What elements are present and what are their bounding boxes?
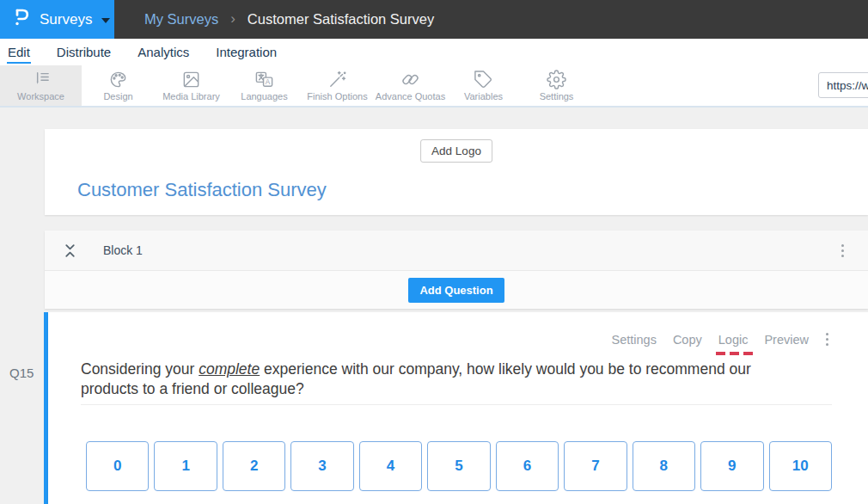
nps-button-10[interactable]: 10 — [769, 441, 832, 491]
nps-button-8[interactable]: 8 — [633, 441, 695, 491]
survey-url-input[interactable] — [818, 72, 868, 98]
toolbar-item-label: Finish Options — [307, 91, 367, 101]
question-toolbar: Settings Copy Logic Preview — [81, 312, 832, 349]
block-title: Block 1 — [103, 243, 143, 257]
question-menu-button[interactable] — [822, 329, 832, 349]
toolbar-item-advance-quotas[interactable]: Advance Quotas — [374, 65, 447, 106]
image-icon — [181, 70, 201, 89]
nps-button-0[interactable]: 0 — [86, 441, 149, 491]
question-preview-link[interactable]: Preview — [764, 333, 809, 347]
survey-header-card: Add Logo Customer Satisfaction Survey — [45, 129, 868, 215]
gear-icon — [547, 70, 566, 89]
survey-editor-content: Add Logo Customer Satisfaction Survey Bl… — [0, 108, 868, 504]
nav-tab-distribute[interactable]: Distribute — [56, 41, 112, 64]
add-logo-button[interactable]: Add Logo — [420, 139, 492, 163]
toolbar-item-workspace[interactable]: Workspace — [0, 65, 82, 106]
survey-title[interactable]: Customer Satisfaction Survey — [77, 179, 327, 201]
question-text[interactable]: Considering your complete experience wit… — [81, 360, 810, 399]
add-question-row: Add Question — [45, 271, 868, 309]
toolbar-item-label: Settings — [540, 91, 574, 101]
question-text-divider — [81, 404, 832, 405]
nps-scale: 0 1 2 3 4 5 6 7 8 9 10 — [86, 441, 832, 491]
collapse-vertical-icon — [64, 243, 76, 258]
nps-button-9[interactable]: 9 — [700, 441, 763, 491]
toolbar-item-label: Workspace — [17, 91, 64, 101]
toolbar-item-label: Design — [103, 91, 132, 101]
top-bar: Surveys My Surveys › Customer Satisfacti… — [0, 0, 868, 39]
magic-wand-icon — [327, 70, 347, 89]
main-nav: Edit Distribute Analytics Integration — [0, 39, 868, 65]
toolbar-item-label: Languages — [241, 91, 287, 101]
question-id-label: Q15 — [9, 366, 34, 380]
tag-icon — [474, 70, 493, 89]
question-card: Settings Copy Logic Preview Considering … — [44, 312, 868, 504]
breadcrumb: My Surveys › Customer Satisfaction Surve… — [114, 0, 868, 39]
collapse-block-button[interactable] — [64, 243, 76, 258]
nps-button-3[interactable]: 3 — [290, 441, 353, 491]
block-card: Block 1 Add Question — [45, 230, 868, 309]
toolbar-item-label: Media Library — [162, 91, 220, 101]
toolbar-item-languages[interactable]: A Languages — [228, 65, 301, 106]
toolbar-item-settings[interactable]: Settings — [520, 65, 593, 106]
nav-tab-integration[interactable]: Integration — [215, 41, 278, 64]
questionpro-logo-icon — [11, 7, 32, 33]
toolbar-item-variables[interactable]: Variables — [447, 65, 520, 106]
question-settings-link[interactable]: Settings — [611, 333, 656, 347]
breadcrumb-parent-link[interactable]: My Surveys — [144, 11, 218, 28]
block-menu-button[interactable] — [838, 241, 847, 261]
toolbar-item-media-library[interactable]: Media Library — [155, 65, 228, 106]
toolbar-item-label: Variables — [464, 91, 503, 101]
nps-button-7[interactable]: 7 — [564, 441, 627, 491]
nps-button-2[interactable]: 2 — [223, 441, 285, 491]
question-text-part: Considering your — [81, 360, 199, 378]
workspace-icon — [31, 70, 51, 89]
svg-text:A: A — [266, 78, 271, 86]
chevron-down-icon — [101, 18, 110, 23]
edit-toolbar: Workspace Design Media Library A — [0, 65, 868, 108]
app-menu[interactable]: Surveys — [0, 0, 114, 39]
question-logic-link[interactable]: Logic — [718, 333, 749, 347]
question-body: Settings Copy Logic Preview Considering … — [48, 312, 868, 504]
breadcrumb-separator-icon: › — [230, 10, 235, 28]
chain-link-icon — [400, 70, 420, 89]
toolbar-item-design[interactable]: Design — [82, 65, 155, 106]
toolbar-item-finish-options[interactable]: Finish Options — [301, 65, 374, 106]
nps-button-4[interactable]: 4 — [359, 441, 422, 491]
add-question-button[interactable]: Add Question — [408, 278, 504, 303]
app-menu-label: Surveys — [40, 11, 92, 28]
breadcrumb-current: Customer Satisfaction Survey — [248, 11, 434, 28]
translate-icon: A — [254, 70, 274, 89]
toolbar-item-label: Advance Quotas — [376, 91, 445, 101]
nav-tab-analytics[interactable]: Analytics — [137, 41, 190, 64]
nps-button-5[interactable]: 5 — [427, 441, 490, 491]
block-header: Block 1 — [45, 230, 868, 271]
question-copy-link[interactable]: Copy — [673, 333, 702, 347]
question-text-emphasis: complete — [199, 360, 260, 378]
nps-button-1[interactable]: 1 — [154, 441, 217, 491]
palette-icon — [108, 70, 128, 89]
nps-button-6[interactable]: 6 — [496, 441, 559, 491]
nav-tab-edit[interactable]: Edit — [7, 41, 31, 64]
